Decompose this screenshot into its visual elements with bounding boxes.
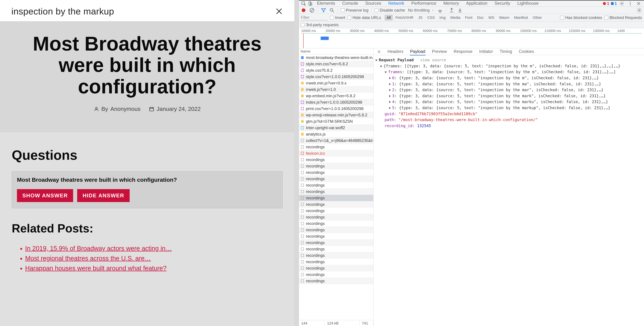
third-party-checkbox[interactable]: 3rd-party requests xyxy=(301,23,338,27)
request-row[interactable]: rrweb.js?ver=1.0 xyxy=(299,86,373,93)
filter-pill-wasm[interactable]: Wasm xyxy=(497,15,512,21)
detail-close-icon[interactable] xyxy=(377,50,381,54)
request-row[interactable]: collect?v=1&_v=j96&a=464885235&t=… xyxy=(299,137,373,144)
filter-pill-img[interactable]: Img xyxy=(438,15,448,21)
detail-tab-headers[interactable]: Headers xyxy=(387,48,404,55)
request-row[interactable]: analytics.js xyxy=(299,131,373,137)
request-row[interactable]: recordings xyxy=(299,189,373,195)
filter-pill-manifest[interactable]: Manifest xyxy=(512,15,530,21)
detail-tab-response[interactable]: Response xyxy=(453,48,473,55)
request-list[interactable]: most-broadway-theatres-were-built-in…sty… xyxy=(299,54,373,320)
detail-tab-preview[interactable]: Preview xyxy=(432,48,447,55)
filter-pill-media[interactable]: Media xyxy=(448,15,462,21)
disable-cache-checkbox[interactable]: Disable cache xyxy=(375,8,405,13)
devtools-tab-security[interactable]: Security xyxy=(494,0,511,8)
kebab-icon[interactable] xyxy=(627,1,634,6)
filter-pill-doc[interactable]: Doc xyxy=(475,15,486,21)
detail-tab-payload[interactable]: Payload xyxy=(410,48,426,55)
request-row[interactable]: recordings xyxy=(299,240,373,246)
devtools-tab-elements[interactable]: Elements xyxy=(316,0,336,8)
devtools-tab-network[interactable]: Network xyxy=(387,0,405,8)
request-row[interactable]: recordings xyxy=(299,265,373,271)
request-row[interactable]: recordings xyxy=(299,182,373,189)
filter-pill-ws[interactable]: WS xyxy=(486,15,496,21)
request-row[interactable]: print.css?ver=1.0.0.1605200298 xyxy=(299,105,373,112)
request-row[interactable]: Inter-upright-var.woff2 xyxy=(299,125,373,131)
request-row[interactable]: recordings xyxy=(299,201,373,208)
related-link[interactable]: Harappan houses were built around what f… xyxy=(25,265,166,272)
devtools-tab-lighthouse[interactable]: Lighthouse xyxy=(516,0,540,8)
request-row[interactable]: recordings xyxy=(299,176,373,182)
preserve-log-checkbox[interactable]: Preserve log xyxy=(341,8,368,13)
request-row[interactable]: recordings xyxy=(299,246,373,252)
clear-icon[interactable] xyxy=(309,8,314,13)
filter-pill-css[interactable]: CSS xyxy=(425,15,437,21)
inspect-icon[interactable] xyxy=(300,1,307,6)
error-badge[interactable]: 1 xyxy=(603,1,609,6)
related-link[interactable]: In 2019, 15.9% of Broadway actors were a… xyxy=(25,245,172,252)
filter-input[interactable] xyxy=(301,15,328,20)
request-row[interactable]: wp-embed.min.js?ver=5.8.2 xyxy=(299,93,373,99)
hide-answer-button[interactable]: HIDE ANSWER xyxy=(77,189,130,202)
device-icon[interactable] xyxy=(307,1,314,6)
filter-icon[interactable] xyxy=(321,8,326,13)
devtools-tab-memory[interactable]: Memory xyxy=(442,0,460,8)
invert-checkbox[interactable]: Invert xyxy=(330,15,345,20)
request-row[interactable]: recordings xyxy=(299,227,373,233)
request-row[interactable]: recordings xyxy=(299,252,373,259)
request-row[interactable]: recordings xyxy=(299,169,373,176)
request-row[interactable]: recordings xyxy=(299,278,373,284)
view-source-link[interactable]: view source xyxy=(420,58,446,62)
devtools-close-icon[interactable] xyxy=(635,1,642,6)
filter-pill-fetchxhr[interactable]: Fetch/XHR xyxy=(394,15,416,21)
request-row[interactable]: recordings xyxy=(299,271,373,278)
request-row[interactable]: wp-emoji-release.min.js?ver=5.8.2 xyxy=(299,112,373,118)
request-row[interactable]: recordings xyxy=(299,259,373,265)
request-row[interactable]: index.js?ver=1.0.0.1605200298 xyxy=(299,99,373,105)
upload-icon[interactable] xyxy=(449,8,454,13)
hide-data-urls-checkbox[interactable]: Hide data URLs xyxy=(348,15,381,20)
request-row[interactable]: style.css?5.8.2 xyxy=(299,67,373,74)
blocked-cookies-checkbox[interactable]: Has blocked cookies xyxy=(560,15,602,20)
filter-pill-all[interactable]: All xyxy=(384,15,392,21)
blocked-requests-checkbox[interactable]: Blocked Requests xyxy=(604,15,642,20)
related-link[interactable]: Most regional theatres across the U.S. a… xyxy=(25,255,151,262)
devtools-tab-console[interactable]: Console xyxy=(341,0,359,8)
request-row[interactable]: gtm.js?id=GTM-5RKSZ5N xyxy=(299,118,373,125)
devtools-tab-performance[interactable]: Performance xyxy=(410,0,438,8)
search-icon[interactable] xyxy=(329,8,334,13)
request-list-header[interactable]: Name xyxy=(299,48,373,54)
page-scrollbar[interactable] xyxy=(294,0,299,326)
filter-pill-js[interactable]: JS xyxy=(416,15,425,21)
request-row[interactable]: recordings xyxy=(299,208,373,214)
detail-tab-cookies[interactable]: Cookies xyxy=(518,48,534,55)
throttle-select[interactable]: No throttling xyxy=(408,8,434,13)
show-answer-button[interactable]: SHOW ANSWER xyxy=(17,189,73,202)
download-icon[interactable] xyxy=(457,8,463,13)
request-row[interactable]: favicon.ico xyxy=(299,150,373,156)
record-icon[interactable] xyxy=(301,8,306,13)
network-conditions-icon[interactable] xyxy=(438,8,443,13)
devtools-tab-application[interactable]: Application xyxy=(465,0,488,8)
request-row[interactable]: recordings xyxy=(299,163,373,169)
request-row[interactable]: recordings xyxy=(299,144,373,150)
request-row[interactable]: recordings xyxy=(299,156,373,163)
request-row[interactable]: style.css?ver=1.0.0.1605200298 xyxy=(299,74,373,80)
close-icon[interactable] xyxy=(275,8,283,15)
settings-icon[interactable] xyxy=(618,1,625,6)
request-row[interactable]: recordings xyxy=(299,220,373,227)
detail-tab-timing[interactable]: Timing xyxy=(499,48,512,55)
filter-pill-other[interactable]: Other xyxy=(531,15,544,21)
info-badge[interactable]: 1 xyxy=(611,1,617,6)
request-row[interactable]: style.min.css?ver=5.8.2 xyxy=(299,61,373,67)
network-settings-icon[interactable] xyxy=(636,8,642,13)
payload-body[interactable]: Request Payloadview source {frames: [{ty… xyxy=(374,55,644,326)
request-row[interactable]: rrweb.min.js?ver=0.9.x xyxy=(299,80,373,86)
request-row[interactable]: recordings xyxy=(299,214,373,220)
filter-pill-font[interactable]: Font xyxy=(463,15,474,21)
search-text[interactable]: inspection by the markup xyxy=(12,6,114,17)
request-row[interactable]: recordings xyxy=(299,233,373,240)
devtools-tab-sources[interactable]: Sources xyxy=(364,0,382,8)
request-row[interactable]: most-broadway-theatres-were-built-in… xyxy=(299,54,373,61)
detail-tab-initiator[interactable]: Initiator xyxy=(479,48,493,55)
